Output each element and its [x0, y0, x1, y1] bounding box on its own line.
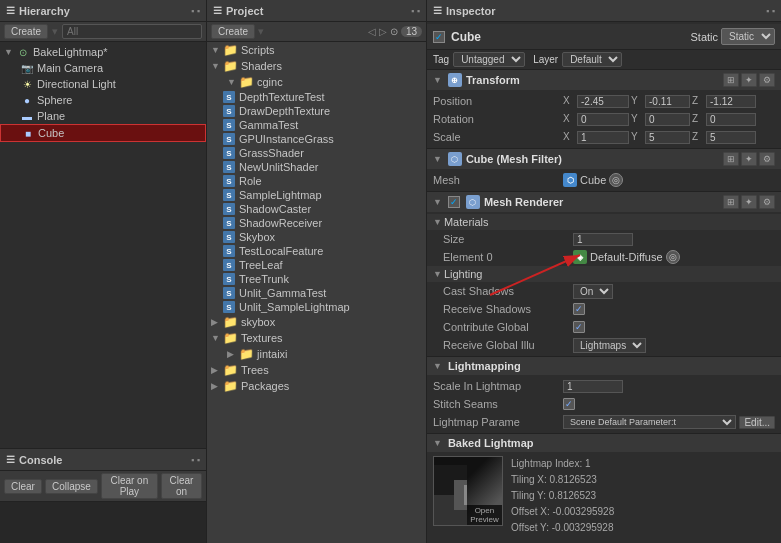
project-file-skybox[interactable]: S Skybox: [207, 230, 426, 244]
mesh-renderer-enable-checkbox[interactable]: [448, 196, 460, 208]
project-folder-skybox[interactable]: ▶ 📁 skybox: [207, 314, 426, 330]
mesh-renderer-icon: ⬡: [466, 195, 480, 209]
mesh-renderer-header[interactable]: ▼ ⬡ Mesh Renderer ⊞ ✦ ⚙: [427, 192, 781, 212]
mesh-filter-btn-3[interactable]: ⚙: [759, 152, 775, 166]
project-file-new-unlit[interactable]: S NewUnlitShader: [207, 160, 426, 174]
receive-global-dropdown[interactable]: Lightmaps: [573, 338, 646, 353]
mesh-select-btn[interactable]: ◎: [609, 173, 623, 187]
open-preview-button[interactable]: Open Preview: [467, 505, 502, 525]
project-file-gpu-instance[interactable]: S GPUInstanceGrass: [207, 132, 426, 146]
contribute-global-checkbox[interactable]: [573, 321, 585, 333]
inspector-panel: ☰ Inspector ▪ ▪ Cube Static Static: [427, 0, 781, 543]
project-folder-scripts[interactable]: ▼ 📁 Scripts: [207, 42, 426, 58]
position-xyz: X -2.45 Y -0.11 Z -1.12: [563, 95, 775, 108]
stitch-seams-checkbox[interactable]: [563, 398, 575, 410]
tag-dropdown[interactable]: Untagged: [453, 52, 525, 67]
console-collapse-button[interactable]: Collapse: [45, 479, 98, 494]
hierarchy-item-plane[interactable]: ▬ Plane: [0, 108, 206, 124]
project-file-unlit-gamma[interactable]: S Unlit_GammaTest: [207, 286, 426, 300]
hierarchy-scene-item[interactable]: ▼ ⊙ BakeLightmap*: [0, 44, 206, 60]
scale-y-input[interactable]: 5: [645, 131, 690, 144]
project-folder-textures[interactable]: ▼ 📁 Textures: [207, 330, 426, 346]
project-folder-trees[interactable]: ▶ 📁 Trees: [207, 362, 426, 378]
hierarchy-item-cube[interactable]: ■ Cube: [0, 124, 206, 142]
project-file-shadow-receiver[interactable]: S ShadowReceiver: [207, 216, 426, 230]
project-file-unlit-sample[interactable]: S Unlit_SampleLightmap: [207, 300, 426, 314]
lightmap-param-dropdown[interactable]: Scene Default Parameter:t: [563, 415, 736, 429]
inspector-title: Inspector: [446, 5, 496, 17]
console-title: Console: [19, 454, 62, 466]
mesh-filter-icon: ⬡: [448, 152, 462, 166]
console-panel: ☰ Console ▪ ▪ Clear Collapse Clear on Pl…: [0, 448, 206, 543]
position-z-input[interactable]: -1.12: [706, 95, 756, 108]
lightmapping-header[interactable]: ▼ Lightmapping: [427, 357, 781, 375]
mesh-renderer-btn-1[interactable]: ⊞: [723, 195, 739, 209]
console-clear-button[interactable]: Clear: [4, 479, 42, 494]
scale-x-input[interactable]: 1: [577, 131, 629, 144]
receive-shadows-checkbox[interactable]: [573, 303, 585, 315]
element0-select-btn[interactable]: ◎: [666, 250, 680, 264]
lightmap-tiling-y: Tiling Y: 0.8126523: [511, 488, 775, 504]
rotation-z-input[interactable]: 0: [706, 113, 756, 126]
shader-icon: S: [223, 189, 235, 201]
shader-icon: S: [223, 287, 235, 299]
project-file-tree-leaf[interactable]: S TreeLeaf: [207, 258, 426, 272]
mesh-filter-btn-1[interactable]: ⊞: [723, 152, 739, 166]
console-clear-on-play-button[interactable]: Clear on Play: [101, 473, 158, 499]
rotation-y-input[interactable]: 0: [645, 113, 690, 126]
object-active-checkbox[interactable]: [433, 31, 445, 43]
project-file-grass-shader[interactable]: S GrassShader: [207, 146, 426, 160]
lightmap-edit-button[interactable]: Edit...: [739, 416, 775, 429]
project-folder-cginc[interactable]: ▼ 📁 cginc: [207, 74, 426, 90]
size-input[interactable]: 1: [573, 233, 633, 246]
project-file-role[interactable]: S Role: [207, 174, 426, 188]
lightmapping-title: Lightmapping: [448, 360, 775, 372]
position-y-input[interactable]: -0.11: [645, 95, 690, 108]
project-file-sample-lightmap[interactable]: S SampleLightmap: [207, 188, 426, 202]
static-dropdown[interactable]: Static: [721, 28, 775, 45]
project-file-tree-trunk[interactable]: S TreeTrunk: [207, 272, 426, 286]
hierarchy-item-sphere[interactable]: ● Sphere: [0, 92, 206, 108]
transform-header[interactable]: ▼ ⊕ Transform ⊞ ✦ ⚙: [427, 70, 781, 90]
console-clear-on-button[interactable]: Clear on: [161, 473, 202, 499]
mesh-renderer-btn-2[interactable]: ✦: [741, 195, 757, 209]
project-folder-packages[interactable]: ▶ 📁 Packages: [207, 378, 426, 394]
position-x-input[interactable]: -2.45: [577, 95, 629, 108]
size-label: Size: [443, 233, 573, 245]
mesh-renderer-btn-3[interactable]: ⚙: [759, 195, 775, 209]
lighting-foldout[interactable]: ▼ Lighting: [427, 266, 781, 282]
project-create-button[interactable]: Create: [211, 24, 255, 39]
hierarchy-toolbar: Create ▾: [0, 22, 206, 42]
hierarchy-item-camera[interactable]: 📷 Main Camera: [0, 60, 206, 76]
inspector-object-row: Cube Static Static: [427, 24, 781, 50]
project-file-gamma-test[interactable]: S GammaTest: [207, 118, 426, 132]
baked-lightmap-header[interactable]: ▼ Baked Lightmap: [427, 434, 781, 452]
scale-row: Scale X 1 Y 5 Z 5: [427, 128, 781, 146]
hierarchy-create-button[interactable]: Create: [4, 24, 48, 39]
project-title: Project: [226, 5, 263, 17]
hierarchy-item-light[interactable]: ☀ Directional Light: [0, 76, 206, 92]
lightmapping-body: Scale In Lightmap 1 Stitch Seams Lightma…: [427, 375, 781, 433]
project-folder-shaders[interactable]: ▼ 📁 Shaders: [207, 58, 426, 74]
transform-btn-1[interactable]: ⊞: [723, 73, 739, 87]
hierarchy-search-input[interactable]: [62, 24, 202, 39]
rotation-xyz: X 0 Y 0 Z 0: [563, 113, 775, 126]
project-folder-jintaixi[interactable]: ▶ 📁 jintaixi: [207, 346, 426, 362]
project-file-depth-texture-test[interactable]: S DepthTextureTest: [207, 90, 426, 104]
scale-z-input[interactable]: 5: [706, 131, 756, 144]
project-file-tree: ▼ 📁 Scripts ▼ 📁 Shaders ▼ 📁 cginc S: [207, 42, 426, 543]
cast-shadows-dropdown[interactable]: On: [573, 284, 613, 299]
scale-lightmap-input[interactable]: 1: [563, 380, 623, 393]
layer-dropdown[interactable]: Default: [562, 52, 622, 67]
mesh-filter-header[interactable]: ▼ ⬡ Cube (Mesh Filter) ⊞ ✦ ⚙: [427, 149, 781, 169]
project-file-test-local[interactable]: S TestLocalFeature: [207, 244, 426, 258]
lightmap-info: Lightmap Index: 1 Tiling X: 0.8126523 Ti…: [511, 456, 775, 543]
transform-btn-3[interactable]: ⚙: [759, 73, 775, 87]
svg-rect-5: [464, 485, 467, 505]
materials-foldout[interactable]: ▼ Materials: [427, 214, 781, 230]
project-file-draw-depth[interactable]: S DrawDepthTexture: [207, 104, 426, 118]
mesh-filter-btn-2[interactable]: ✦: [741, 152, 757, 166]
project-file-shadow-caster[interactable]: S ShadowCaster: [207, 202, 426, 216]
transform-btn-2[interactable]: ✦: [741, 73, 757, 87]
rotation-x-input[interactable]: 0: [577, 113, 629, 126]
